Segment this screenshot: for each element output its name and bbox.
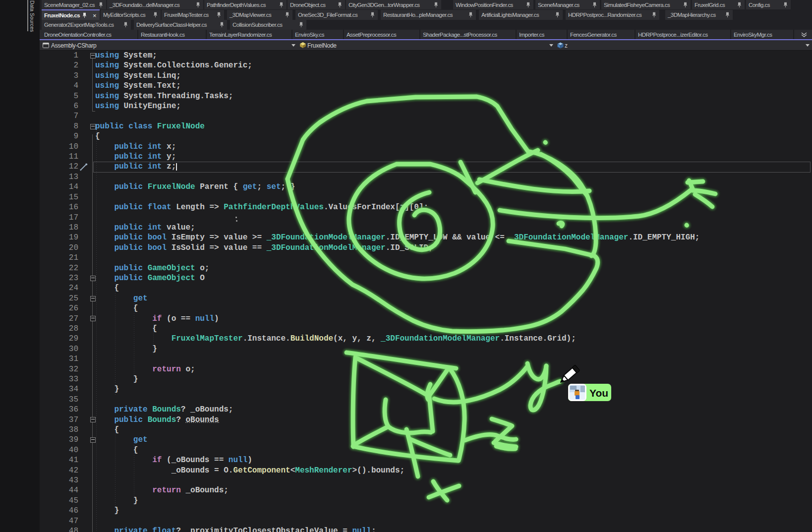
svg-text:You: You <box>589 387 608 399</box>
